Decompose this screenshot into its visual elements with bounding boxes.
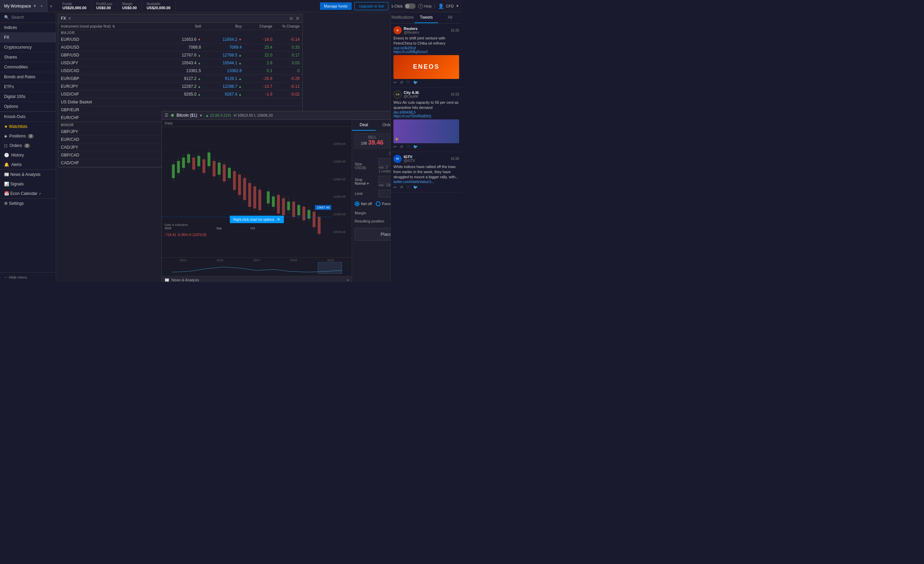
cityam-link2[interactable]: https://t.co/7DmR0yB0rQ [393,114,459,118]
igtv-link[interactable]: twitter.com/i/web/status/1... [393,180,459,184]
sidebar-settings[interactable]: ⚙ Settings [0,198,56,208]
twitter-icon-2[interactable]: 🐦 [413,145,418,149]
fx-row-usd-jpy[interactable]: USD/JPY 10543.4 ▲ 10544.1 ▲ 2.8 0.03 [58,59,302,67]
chart-expand-btn[interactable]: » [346,278,349,282]
notif-tab-notifications[interactable]: Notifications [391,12,414,23]
btc-high-low: H 10813.50 L 10606.20 [234,113,273,117]
force-open-radio[interactable]: Force open [376,201,390,206]
sell-price-box[interactable]: SELL 106 39.46 [354,133,390,148]
fx-restore-btn[interactable]: ⧉ [290,16,293,21]
sidebar-signals[interactable]: 📊 Signals [0,179,56,189]
sidebar-item-options[interactable]: Options [0,102,56,112]
sidebar-item-bonds[interactable]: Bonds and Rates [0,72,56,82]
fx-tab[interactable]: FX ✕ [61,16,71,21]
twitter-icon[interactable]: 🐦 [413,80,418,85]
chart-container[interactable]: 13000.00 12500.00 12000.00 11500.00 1100… [162,127,352,257]
fx-row-eur-gbp[interactable]: EUR/GBP 9127.2 ▲ 9128.1 ▲ -26.9 -0.29 [58,75,302,82]
top-bar-chevrons[interactable]: » [47,4,55,9]
chart-tooltip: Right-click chart for options ✕ [230,216,284,223]
fx-row-gbp-usd[interactable]: GBP/USD 12767.6 ▲ 12768.5 ▲ 22.0 0.17 [58,51,302,59]
notif-tab-all[interactable]: All [438,12,462,23]
order-tab[interactable]: Order [376,120,390,130]
history-icon: 🕐 [4,153,9,158]
row-buy: 11654.2 ▼ [201,37,242,42]
deal-tab[interactable]: Deal [352,120,376,130]
sidebar-news-analysis[interactable]: 📰 News & Analysis [0,170,56,179]
sidebar-item-etfs[interactable]: ETFs [0,82,56,92]
reuters-image: ENEOS [393,55,459,79]
retweet-icon[interactable]: ↺ [400,80,403,85]
svg-rect-55 [203,159,206,173]
row-name: USD/JPY [61,60,160,65]
sidebar-item-shares[interactable]: Shares [0,52,56,62]
add-tab-btn[interactable]: + [40,4,43,9]
btc-dropdown-icon[interactable]: ▼ [199,114,203,117]
cityam-avatar: CA [393,90,402,99]
sidebar-positions[interactable]: ◈ Positions 0 [0,131,56,141]
size-input[interactable] [378,158,390,166]
stop-type-dropdown[interactable]: ▼ [366,182,369,185]
sidebar-econ-calendar[interactable]: 📅 Econ Calendar ↗ [0,189,56,198]
fx-row-usd-cad[interactable]: USD/CAD 13361.5 13362.8 0.1 0 [58,67,302,75]
sidebar-watchlists[interactable]: ★ Watchlists [0,122,56,131]
btc-live-dot [171,114,174,117]
help-btn[interactable]: ? Help [418,4,432,9]
news-analysis-btn[interactable]: 📰 News & Analysis [165,278,199,282]
sidebar-item-crypto[interactable]: Cryptocurrency [0,42,56,52]
cityam-link1[interactable]: dlvr.it/RhKML5 [393,111,459,114]
svg-rect-82 [277,195,280,214]
row-buy: 12288.7 ▲ [201,84,242,89]
retweet-icon-2[interactable]: ↺ [400,145,403,149]
like-icon-2[interactable]: ♡ [406,145,410,149]
tooltip-close-btn[interactable]: ✕ [277,217,280,222]
row-change: 0.1 [242,68,272,73]
row-name: EUR/GBP [61,76,160,81]
fx-row-eur-jpy[interactable]: EUR/JPY 12287.2 ▲ 12288.7 ▲ -13.7 -0.11 [58,82,302,90]
user-dropdown-icon[interactable]: ▼ [456,4,459,8]
one-click-toggle[interactable] [405,3,416,9]
workspace-dropdown-icon[interactable]: ▼ [33,4,36,8]
sidebar-history[interactable]: 🕐 History [0,150,56,160]
sidebar-alerts[interactable]: 🔔 Alerts [0,160,56,170]
news-analysis-icon: 📰 [165,278,170,282]
sidebar-item-knockouts[interactable]: Knock-Outs [0,112,56,122]
reply-icon[interactable]: ↩ [393,80,396,85]
row-change: 23.4 [242,45,272,50]
notif-tab-tweets[interactable]: Tweets [414,12,438,23]
net-off-radio[interactable]: Net off [355,201,372,206]
fx-close-btn[interactable]: ✕ [296,16,300,21]
svg-rect-97 [318,217,320,234]
sidebar-item-digital100s[interactable]: Digital 100s [0,92,56,102]
net-off-radio-dot [355,201,360,206]
sidebar-hide-menu[interactable]: ← Hide menu [0,272,56,282]
reply-icon-2[interactable]: ↩ [393,145,396,149]
svg-rect-58 [213,161,215,176]
svg-rect-0 [162,134,352,249]
reuters-link1[interactable]: reut.rs/3kZfXof [393,46,459,50]
fx-row-usd-chf[interactable]: USD/CHF 9265.0 ▲ 9267.4 ▲ -1.9 -0.02 [58,90,302,98]
place-deal-btn[interactable]: Place deal [355,228,390,240]
fx-tab-close[interactable]: ✕ [68,16,71,21]
upgrade-live-btn[interactable]: Upgrade to live [354,2,388,10]
reuters-link2[interactable]: https://t.co/f0BgSvrzx3 [393,50,459,54]
fx-row-usd-basket[interactable]: US Dollar Basket [58,98,302,106]
sidebar-item-fx[interactable]: FX [0,33,56,42]
btc-menu-icon[interactable]: ☰ [165,113,168,118]
stop-input[interactable] [378,176,390,183]
sidebar-orders[interactable]: ◻ Orders 0 [0,141,56,150]
manage-funds-btn[interactable]: Manage funds [320,2,352,10]
candlestick-chart[interactable]: 13000.00 12500.00 12000.00 11500.00 1100… [162,127,352,256]
fx-row-aud-usd[interactable]: AUD/USD 7068.8 7069.4 23.4 0.33 [58,44,302,51]
workspace-tab[interactable]: My Workspace ▼ + [0,0,47,12]
reply-icon-3[interactable]: ↩ [393,185,396,189]
sidebar-item-commodities[interactable]: Commodities [0,62,56,72]
sort-icon[interactable]: ⇅ [112,24,115,28]
limit-input[interactable] [378,190,390,197]
retweet-icon-3[interactable]: ↺ [400,185,403,189]
like-icon[interactable]: ♡ [406,80,410,85]
sidebar-item-indices[interactable]: Indices [0,23,56,33]
search-btn[interactable]: 🔍 Search [0,12,56,23]
fx-row-eur-usd[interactable]: EUR/USD 11653.6 ▼ 11654.2 ▼ -16.0 -0.14 [58,36,302,44]
like-icon-3[interactable]: ♡ [406,185,410,189]
twitter-icon-3[interactable]: 🐦 [413,185,418,189]
